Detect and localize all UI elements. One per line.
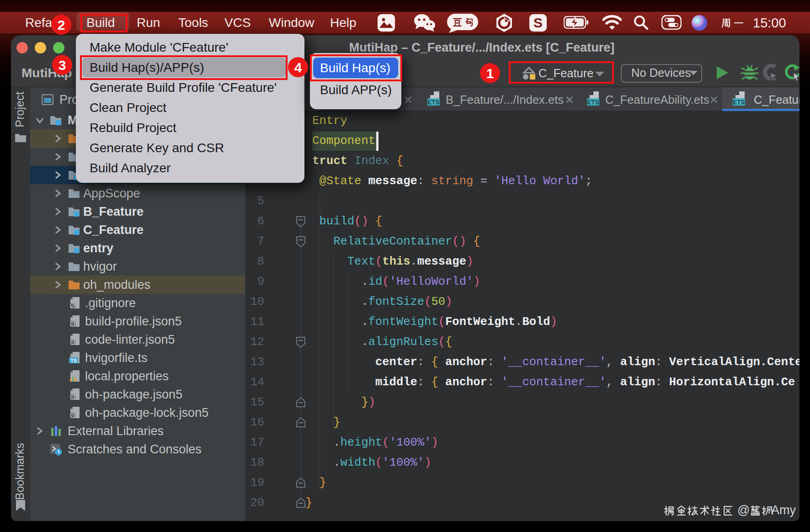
svg-text:ETS: ETS (733, 99, 745, 106)
svg-text:S: S (533, 15, 543, 30)
svg-text:ETS: ETS (587, 99, 599, 106)
svg-text:TS: TS (70, 358, 77, 363)
svg-text:ETS: ETS (427, 99, 439, 106)
